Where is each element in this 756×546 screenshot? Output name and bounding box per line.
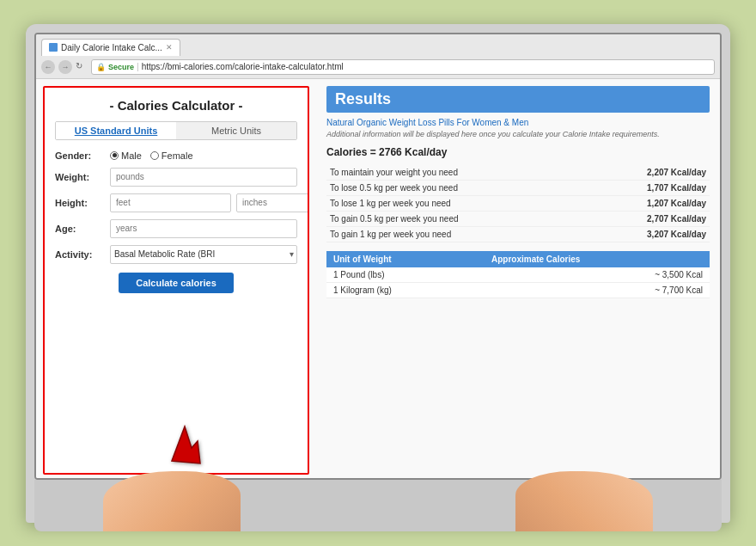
laptop-shell: Daily Calorie Intake Calc... ✕ ← → ↻ 🔒 S…: [26, 24, 730, 523]
unit-name: 1 Kilogram (kg): [326, 283, 485, 298]
tab-favicon: [49, 43, 58, 52]
row-label: To lose 0.5 kg per week you need: [326, 181, 584, 196]
row-label: To gain 1 kg per week you need: [326, 227, 584, 242]
refresh-button[interactable]: ↻: [76, 61, 88, 73]
results-table-body: To maintain your weight you need2,207 Kc…: [326, 165, 710, 242]
calc-title: - Calories Calculator -: [55, 98, 297, 113]
gender-radio-group: Male Female: [110, 150, 193, 161]
height-inches-input[interactable]: [236, 193, 309, 212]
browser-chrome: Daily Calorie Intake Calc... ✕ ← → ↻ 🔒 S…: [36, 34, 720, 79]
browser-tab[interactable]: Daily Calorie Intake Calc... ✕: [41, 39, 180, 56]
svg-marker-0: [172, 426, 200, 463]
ad-link[interactable]: Natural Organic Weight Loss Pills For Wo…: [326, 118, 710, 127]
back-button[interactable]: ←: [41, 60, 55, 74]
tab-us-standard[interactable]: US Standard Units: [56, 122, 176, 139]
height-inputs: [110, 193, 309, 212]
calories-summary: Calories = 2766 Kcal/day: [326, 146, 710, 158]
laptop-bottom: [34, 480, 722, 531]
right-hand: [515, 471, 653, 531]
unit-calories-header: Approximate Calories: [485, 251, 710, 267]
gender-row: Gender: Male Female: [55, 150, 297, 161]
address-row: ← → ↻ 🔒 Secure | https://bmi-calories.co…: [41, 57, 715, 77]
age-row: Age:: [55, 219, 297, 238]
row-value: 2,707 Kcal/day: [584, 212, 710, 227]
results-panel: Results Natural Organic Weight Loss Pill…: [316, 79, 720, 480]
row-value: 3,207 Kcal/day: [584, 227, 710, 242]
table-row: 1 Pound (lbs)~ 3,500 Kcal: [326, 267, 710, 283]
activity-row: Activity: Basal Metabolic Rate (BRI: [55, 245, 297, 264]
height-row: Height:: [55, 193, 297, 212]
unit-weight-header: Unit of Weight: [326, 251, 485, 267]
table-row: 1 Kilogram (kg)~ 7,700 Kcal: [326, 283, 710, 298]
left-hand: [103, 471, 241, 531]
calc-panel: - Calories Calculator - US Standard Unit…: [43, 86, 309, 475]
separator: |: [137, 62, 139, 71]
table-row: To lose 1 kg per week you need1,207 Kcal…: [326, 196, 710, 212]
unit-table-head: Unit of Weight Approximate Calories: [326, 251, 710, 267]
cursor-arrow: [168, 422, 202, 469]
forward-button[interactable]: →: [58, 60, 72, 74]
lock-icon: 🔒: [96, 63, 106, 71]
url-text: https://bmi-calories.com/calorie-intake-…: [142, 62, 344, 71]
row-value: 1,207 Kcal/day: [584, 196, 710, 212]
female-radio[interactable]: [150, 151, 159, 160]
age-input[interactable]: [110, 219, 297, 238]
male-radio[interactable]: [110, 151, 119, 160]
unit-table-body: 1 Pound (lbs)~ 3,500 Kcal1 Kilogram (kg)…: [326, 267, 710, 298]
ad-description: Additional information will be displayed…: [326, 130, 710, 140]
weight-label: Weight:: [55, 172, 105, 182]
activity-select-wrapper: Basal Metabolic Rate (BRI: [110, 245, 297, 264]
row-label: To gain 0.5 kg per week you need: [326, 212, 584, 227]
results-heading: Results: [326, 86, 710, 113]
female-option[interactable]: Female: [150, 150, 193, 161]
calculate-button[interactable]: Calculate calories: [119, 273, 234, 293]
results-table: To maintain your weight you need2,207 Kc…: [326, 165, 710, 242]
age-label: Age:: [55, 224, 105, 234]
page-content: - Calories Calculator - US Standard Unit…: [36, 79, 720, 480]
male-label: Male: [121, 150, 142, 161]
table-row: To gain 0.5 kg per week you need2,707 Kc…: [326, 212, 710, 227]
table-row: To maintain your weight you need2,207 Kc…: [326, 165, 710, 181]
weight-input[interactable]: [110, 168, 297, 187]
tabs-row: Daily Calorie Intake Calc... ✕: [41, 38, 715, 57]
row-label: To maintain your weight you need: [326, 165, 584, 181]
calc-btn-row: Calculate calories: [55, 273, 297, 293]
female-label: Female: [162, 150, 193, 161]
tab-title: Daily Calorie Intake Calc...: [61, 43, 162, 52]
address-bar[interactable]: 🔒 Secure | https://bmi-calories.com/calo…: [91, 59, 715, 75]
unit-table: Unit of Weight Approximate Calories 1 Po…: [326, 251, 710, 298]
row-value: 1,707 Kcal/day: [584, 181, 710, 196]
activity-label: Activity:: [55, 249, 105, 260]
weight-row: Weight:: [55, 168, 297, 187]
unit-tabs: US Standard Units Metric Units: [55, 121, 297, 140]
unit-calories: ~ 7,700 Kcal: [485, 283, 710, 298]
row-label: To lose 1 kg per week you need: [326, 196, 584, 212]
height-feet-input[interactable]: [110, 193, 231, 212]
table-row: To gain 1 kg per week you need3,207 Kcal…: [326, 227, 710, 242]
tab-close-icon[interactable]: ✕: [166, 43, 173, 52]
unit-name: 1 Pound (lbs): [326, 267, 485, 283]
unit-calories: ~ 3,500 Kcal: [485, 267, 710, 283]
activity-select[interactable]: Basal Metabolic Rate (BRI: [110, 245, 297, 264]
table-row: To lose 0.5 kg per week you need1,707 Kc…: [326, 181, 710, 196]
row-value: 2,207 Kcal/day: [584, 165, 710, 181]
browser-screen: Daily Calorie Intake Calc... ✕ ← → ↻ 🔒 S…: [34, 33, 722, 480]
secure-label: Secure: [108, 63, 134, 71]
tab-metric[interactable]: Metric Units: [176, 122, 296, 139]
unit-table-header-row: Unit of Weight Approximate Calories: [326, 251, 710, 267]
gender-label: Gender:: [55, 150, 105, 161]
male-option[interactable]: Male: [110, 150, 142, 161]
height-label: Height:: [55, 198, 105, 208]
